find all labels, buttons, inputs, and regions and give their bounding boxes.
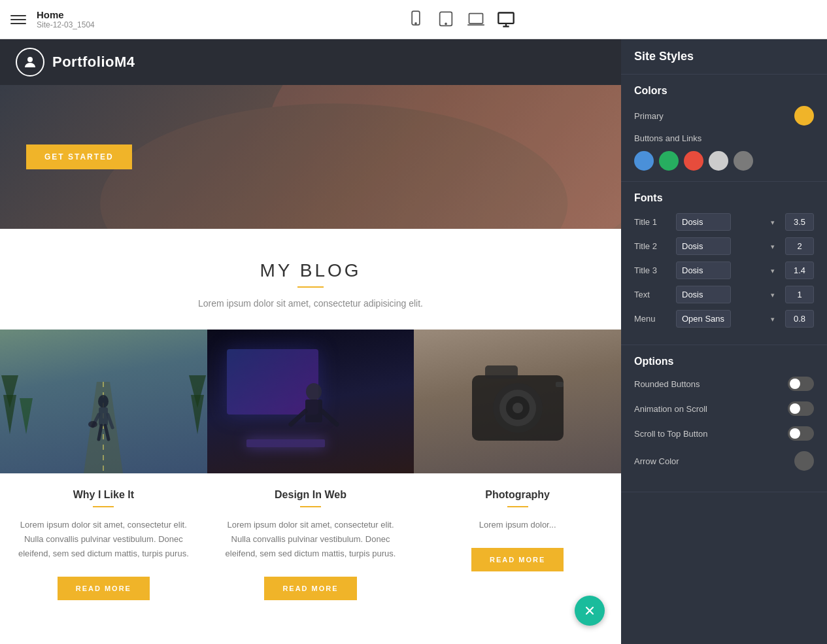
- scroll-top-row: Scroll to Top Button: [634, 426, 814, 441]
- scroll-top-toggle[interactable]: [788, 426, 814, 441]
- font-title3-size[interactable]: [785, 262, 814, 279]
- page-name: Home: [37, 9, 95, 20]
- scroll-top-label: Scroll to Top Button: [634, 429, 708, 439]
- tablet-icon[interactable]: [437, 10, 455, 29]
- panel-title: Site Styles: [621, 39, 827, 75]
- options-section-title: Options: [634, 356, 814, 367]
- animation-scroll-row: Animation on Scroll: [634, 401, 814, 416]
- hero-content: GET STARTED: [0, 144, 158, 169]
- blog-subtitle: Lorem ipsum dolor sit amet, consectetur …: [26, 298, 595, 309]
- desktop-icon[interactable]: [497, 10, 515, 29]
- card-2-body: Design In Web Lorem ipsum dolor sit amet…: [207, 473, 414, 616]
- svg-rect-15: [99, 407, 108, 426]
- primary-label: Primary: [634, 111, 664, 121]
- card-3-text: Lorem ipsum dolor...: [427, 518, 608, 532]
- top-bar: Home Site-12-03_1504: [0, 0, 827, 39]
- card-3-divider: [507, 506, 528, 507]
- color-red[interactable]: [684, 151, 703, 171]
- get-started-button[interactable]: GET STARTED: [26, 144, 132, 169]
- font-menu-label: Menu: [634, 314, 671, 324]
- font-title1-label: Title 1: [634, 217, 671, 227]
- logo-text: PortfolioM4: [52, 54, 135, 71]
- colors-section-title: Colors: [634, 85, 814, 97]
- color-dark-gray[interactable]: [734, 151, 753, 171]
- rounded-buttons-toggle[interactable]: [788, 377, 814, 391]
- arrow-color-label: Arrow Color: [634, 456, 679, 466]
- svg-rect-31: [485, 365, 518, 379]
- font-menu-select[interactable]: Open SansDosis: [676, 310, 731, 328]
- primary-color-swatch[interactable]: [794, 106, 814, 126]
- colors-section: Colors Primary Buttons and Links: [621, 75, 827, 182]
- arrow-color-swatch[interactable]: [794, 451, 814, 471]
- color-blue[interactable]: [634, 151, 654, 171]
- hero-section: GET STARTED: [0, 85, 621, 229]
- blog-heading: MY BLOG: [26, 260, 595, 281]
- font-title2-select[interactable]: DosisOpen Sans: [676, 237, 731, 255]
- card-3-image: [414, 330, 621, 473]
- font-title2-label: Title 2: [634, 241, 671, 251]
- svg-point-3: [445, 23, 447, 24]
- site-nav: PortfolioM4: [0, 39, 621, 85]
- mobile-icon[interactable]: [407, 10, 425, 29]
- font-title1-row: Title 1 DosisOpen SansRoboto: [634, 213, 814, 231]
- card-3-title: Photography: [427, 489, 608, 501]
- color-green[interactable]: [659, 151, 679, 171]
- animation-scroll-toggle[interactable]: [788, 401, 814, 416]
- blog-card-2: Design In Web Lorem ipsum dolor sit amet…: [207, 330, 414, 616]
- svg-marker-22: [1, 375, 18, 408]
- card-1-body: Why I Like It Lorem ipsum dolor sit amet…: [0, 473, 207, 616]
- floating-action-button[interactable]: [575, 596, 605, 626]
- svg-rect-36: [556, 382, 564, 387]
- site-styles-panel: Site Styles Colors Primary Buttons and L…: [621, 39, 827, 644]
- svg-point-26: [306, 383, 322, 400]
- site-preview: PortfolioM4 GET STARTED MY BLOG Lorem ip…: [0, 39, 621, 644]
- main-layout: PortfolioM4 GET STARTED MY BLOG Lorem ip…: [0, 39, 827, 644]
- font-text-select[interactable]: DosisOpen Sans: [676, 286, 731, 303]
- font-title2-row: Title 2 DosisOpen Sans: [634, 237, 814, 255]
- hamburger-menu[interactable]: [10, 15, 26, 24]
- card-1-read-more[interactable]: READ MORE: [58, 577, 150, 600]
- blog-cards: Why I Like It Lorem ipsum dolor sit amet…: [0, 330, 621, 616]
- font-title2-size[interactable]: [785, 237, 814, 255]
- card-1-text: Lorem ipsum dolor sit amet, consectetur …: [13, 518, 194, 561]
- rounded-buttons-row: Rounded Buttons: [634, 377, 814, 391]
- nav-logo: PortfolioM4: [16, 48, 135, 76]
- device-switcher: [407, 10, 515, 29]
- font-text-row: Text DosisOpen Sans: [634, 286, 814, 303]
- laptop-icon[interactable]: [467, 10, 485, 29]
- font-text-size[interactable]: [785, 286, 814, 303]
- logo-icon: [16, 48, 44, 76]
- blog-card-3: Photography Lorem ipsum dolor... READ MO…: [414, 330, 621, 616]
- font-menu-size[interactable]: [785, 310, 814, 328]
- page-title-block: Home Site-12-03_1504: [37, 9, 95, 29]
- buttons-links-row: Buttons and Links: [634, 133, 814, 143]
- card-3-read-more[interactable]: READ MORE: [471, 548, 564, 571]
- font-title1-select[interactable]: DosisOpen SansRoboto: [676, 213, 731, 231]
- svg-point-14: [98, 395, 109, 408]
- site-id: Site-12-03_1504: [37, 20, 95, 29]
- svg-marker-23: [20, 398, 33, 434]
- font-title3-select[interactable]: DosisOpen Sans: [676, 262, 731, 279]
- rounded-buttons-label: Rounded Buttons: [634, 379, 700, 389]
- font-text-label: Text: [634, 290, 671, 299]
- font-title3-label: Title 3: [634, 265, 671, 275]
- svg-rect-4: [469, 13, 482, 23]
- card-3-body: Photography Lorem ipsum dolor... READ MO…: [414, 473, 621, 587]
- arrow-color-row: Arrow Color: [634, 451, 814, 471]
- svg-line-29: [322, 411, 337, 424]
- options-section: Options Rounded Buttons Animation on Scr…: [621, 345, 827, 492]
- blog-card-1: Why I Like It Lorem ipsum dolor sit amet…: [0, 330, 207, 616]
- font-title1-size[interactable]: [785, 213, 814, 231]
- fonts-section-title: Fonts: [634, 192, 814, 204]
- card-2-read-more[interactable]: READ MORE: [264, 577, 356, 600]
- card-1-divider: [93, 506, 114, 507]
- color-light-gray[interactable]: [709, 151, 728, 171]
- card-2-text: Lorem ipsum dolor sit amet, consectetur …: [220, 518, 401, 561]
- fonts-section: Fonts Title 1 DosisOpen SansRoboto Title…: [621, 182, 827, 345]
- svg-point-9: [27, 57, 33, 62]
- card-2-divider: [300, 506, 321, 507]
- font-menu-row: Menu Open SansDosis: [634, 310, 814, 328]
- svg-line-28: [291, 411, 305, 424]
- card-2-image: [207, 330, 414, 473]
- svg-rect-27: [305, 399, 322, 422]
